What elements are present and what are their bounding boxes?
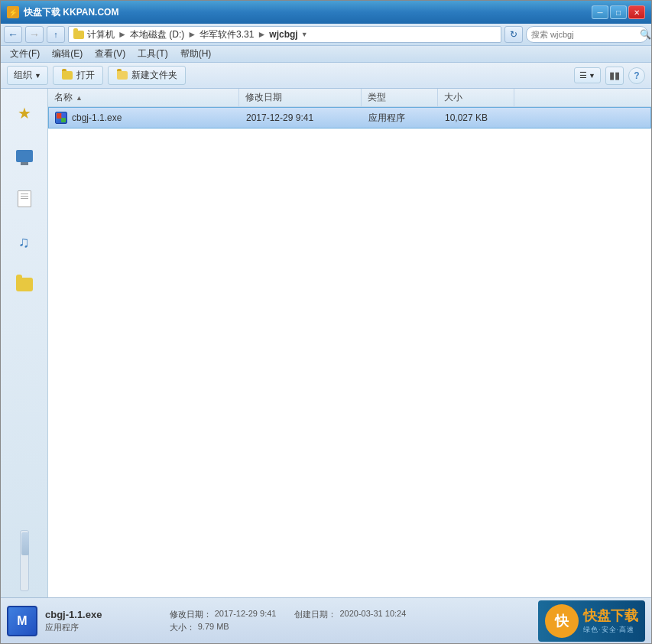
menu-view[interactable]: 查看(V)	[89, 46, 131, 62]
file-size-cell: 10,027 KB	[439, 112, 515, 123]
brand-main-text: 快盘下载	[583, 607, 638, 625]
file-name: cbgj-1.1.exe	[72, 112, 122, 123]
window-icon: ⚡	[7, 6, 19, 18]
menu-tools[interactable]: 工具(T)	[131, 46, 174, 62]
brand-logo: 快	[545, 604, 579, 638]
pane-button[interactable]: ▮▮	[605, 67, 624, 85]
open-label: 打开	[76, 69, 95, 82]
status-modify-date: 2017-12-29 9:41	[215, 609, 277, 620]
folder-icon	[16, 278, 33, 291]
star-icon: ★	[18, 104, 31, 122]
organize-button[interactable]: 组织 ▼	[7, 66, 48, 85]
view-button[interactable]: ☰ ▼	[574, 67, 601, 83]
col-header-size[interactable]: 大小	[438, 89, 514, 106]
menu-file[interactable]: 文件(F)	[4, 46, 46, 62]
menu-help[interactable]: 帮助(H)	[174, 46, 218, 62]
status-modify-row: 修改日期： 2017-12-29 9:41 创建日期： 2020-03-31 1…	[170, 609, 407, 620]
status-size-value: 9.79 MB	[198, 622, 229, 633]
status-size-label: 大小：	[170, 622, 195, 633]
status-filename: cbgj-1.1.exe	[45, 609, 162, 620]
exe-file-icon	[55, 112, 67, 124]
open-button[interactable]: 打开	[53, 66, 103, 85]
status-create-date: 2020-03-31 10:24	[339, 609, 406, 620]
search-icon[interactable]: 🔍	[640, 29, 651, 40]
sidebar: ★ ♫	[1, 89, 48, 597]
file-date: 2017-12-29 9:41	[246, 112, 313, 123]
col-header-date[interactable]: 修改日期	[239, 89, 362, 106]
document-icon	[18, 190, 31, 207]
brand-sub-text: 绿色·安全·高速	[583, 625, 638, 635]
up-button[interactable]: ↑	[47, 26, 65, 43]
brand-area: 快 快盘下载 绿色·安全·高速	[538, 600, 645, 642]
breadcrumb-software[interactable]: 华军软件3.31	[199, 28, 254, 41]
maximize-button[interactable]: □	[610, 5, 627, 19]
breadcrumb-computer[interactable]: 计算机	[87, 28, 115, 41]
breadcrumb-sep-1: ►	[118, 29, 127, 40]
new-folder-label: 新建文件夹	[131, 69, 177, 82]
address-bar-area: ← → ↑ 计算机 ► 本地磁盘 (D:) ► 华军软件3.31 ► wjcbg…	[1, 24, 651, 46]
menu-edit[interactable]: 编辑(E)	[46, 46, 89, 62]
file-list[interactable]: cbgj-1.1.exe 2017-12-29 9:41 应用程序 10,027…	[48, 107, 651, 597]
brand-text-area: 快盘下载 绿色·安全·高速	[583, 607, 638, 635]
monitor-icon	[16, 150, 33, 162]
sidebar-item-folder[interactable]	[6, 266, 43, 303]
sidebar-scroll-thumb	[21, 532, 29, 555]
sidebar-item-audio[interactable]: ♫	[6, 223, 43, 260]
title-bar: ⚡ 快盘下载 KKPAN.COM ─ □ ✕	[1, 1, 651, 24]
file-type: 应用程序	[368, 112, 405, 125]
main-area: ★ ♫ 名称 ▲	[1, 89, 651, 597]
file-date-cell: 2017-12-29 9:41	[240, 112, 362, 123]
window-controls: ─ □ ✕	[592, 5, 645, 19]
breadcrumb-dropdown-arrow[interactable]: ▼	[301, 31, 308, 38]
col-header-type[interactable]: 类型	[362, 89, 438, 106]
file-size: 10,027 KB	[445, 112, 488, 123]
breadcrumb-folder-icon	[73, 31, 84, 39]
refresh-button[interactable]: ↻	[504, 26, 523, 43]
view-arrow: ▼	[589, 72, 595, 80]
status-details: 修改日期： 2017-12-29 9:41 创建日期： 2020-03-31 1…	[170, 609, 407, 633]
view-icon: ☰	[579, 70, 587, 80]
window-title: 快盘下载 KKPAN.COM	[24, 6, 587, 19]
status-file-icon	[7, 606, 37, 636]
sidebar-item-favorites[interactable]: ★	[6, 95, 43, 132]
breadcrumb-drive[interactable]: 本地磁盘 (D:)	[130, 28, 184, 41]
close-button[interactable]: ✕	[628, 5, 645, 19]
table-row[interactable]: cbgj-1.1.exe 2017-12-29 9:41 应用程序 10,027…	[48, 107, 651, 128]
organize-arrow: ▼	[34, 72, 41, 80]
menu-bar: 文件(F) 编辑(E) 查看(V) 工具(T) 帮助(H)	[1, 46, 651, 63]
col-header-name[interactable]: 名称 ▲	[48, 89, 239, 106]
new-folder-icon	[116, 70, 128, 82]
sidebar-item-computer[interactable]	[6, 138, 43, 174]
search-input[interactable]	[531, 30, 637, 39]
minimize-button[interactable]: ─	[592, 5, 608, 19]
window: ⚡ 快盘下载 KKPAN.COM ─ □ ✕ ← → ↑ 计算机 ► 本地磁盘 …	[0, 0, 652, 644]
status-create-label: 创建日期：	[294, 609, 336, 620]
back-button[interactable]: ←	[4, 26, 22, 43]
status-size-row: 大小： 9.79 MB	[170, 622, 229, 633]
organize-label: 组织	[14, 69, 32, 82]
status-filetype: 应用程序	[45, 622, 162, 633]
breadcrumb-sep-2: ►	[187, 29, 196, 40]
help-button[interactable]: ?	[628, 67, 645, 84]
forward-button[interactable]: →	[25, 26, 44, 43]
audio-icon: ♫	[18, 233, 30, 251]
breadcrumb[interactable]: 计算机 ► 本地磁盘 (D:) ► 华军软件3.31 ► wjcbgj ▼	[68, 26, 501, 43]
file-name-cell: cbgj-1.1.exe	[49, 112, 240, 124]
file-type-cell: 应用程序	[362, 112, 439, 125]
breadcrumb-folder[interactable]: wjcbgj	[269, 29, 297, 40]
column-headers: 名称 ▲ 修改日期 类型 大小	[48, 89, 651, 107]
breadcrumb-sep-3: ►	[257, 29, 266, 40]
status-bar: cbgj-1.1.exe 应用程序 修改日期： 2017-12-29 9:41 …	[1, 597, 651, 643]
open-folder-icon	[61, 70, 73, 82]
sidebar-item-documents[interactable]	[6, 181, 43, 217]
search-bar: 🔍	[526, 26, 648, 43]
new-folder-button[interactable]: 新建文件夹	[108, 66, 186, 85]
sort-arrow: ▲	[76, 94, 83, 102]
status-modify-label: 修改日期：	[170, 609, 212, 620]
sidebar-scrollbar[interactable]	[20, 530, 29, 591]
file-area: 名称 ▲ 修改日期 类型 大小	[48, 89, 651, 597]
toolbar: 组织 ▼ 打开 新建文件夹 ☰ ▼ ▮▮ ?	[1, 63, 651, 89]
status-info: cbgj-1.1.exe 应用程序	[45, 609, 162, 633]
